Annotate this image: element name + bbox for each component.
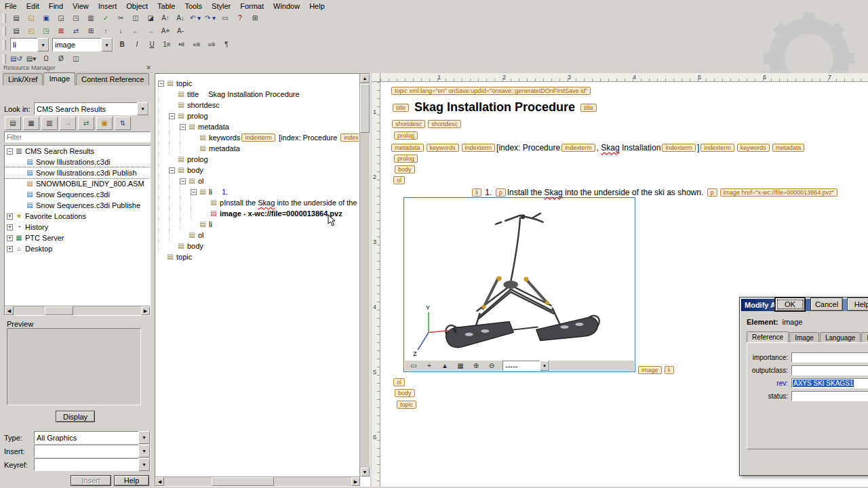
document-text[interactable]: , [597, 143, 601, 152]
tree-item-snow-illustrations[interactable]: ▤Snow Illustrations.c3di [5, 157, 150, 167]
menu-find[interactable]: Find [44, 1, 68, 11]
menu-object[interactable]: Object [121, 1, 153, 11]
tree-item-snow-sequences-published[interactable]: ▤Snow Sequences.c3di Publishe [5, 200, 150, 211]
redo-icon[interactable]: ↷ ▾ [203, 12, 217, 25]
collapse-icon[interactable]: − [180, 124, 186, 130]
tab-image[interactable]: Image [43, 73, 75, 85]
xml-tag-close[interactable]: body [395, 389, 415, 397]
tree-item-cms-search-results[interactable]: −▥CMS Search Results [5, 146, 150, 157]
print-icon[interactable]: ▥ [84, 12, 98, 25]
collapse-icon[interactable]: − [191, 189, 197, 195]
demote-icon[interactable]: → [144, 25, 157, 38]
document-text[interactable]: Skag [544, 188, 562, 197]
xml-tag-open[interactable]: shortdesc [392, 120, 425, 128]
chevron-down-icon[interactable]: ▾ [138, 458, 150, 471]
xml-node-ol[interactable]: −▤ol [158, 176, 359, 186]
collapse-icon[interactable]: − [169, 167, 175, 174]
attribute-input[interactable]: AXYS SKI SKAGS1 [791, 378, 868, 388]
cut-icon[interactable]: ✂ [114, 12, 127, 25]
scroll-right-icon[interactable]: ▶ [141, 306, 150, 315]
tree-item-history[interactable]: +◔History [5, 222, 150, 232]
checkin-icon[interactable]: ◳ [39, 25, 53, 38]
chevron-down-icon[interactable]: ▾ [37, 38, 49, 52]
expand-icon[interactable]: + [7, 224, 13, 230]
menu-help[interactable]: Help [304, 1, 330, 11]
copy-icon[interactable]: ◫ [129, 12, 142, 25]
xml-tag-pill[interactable]: indexterm [340, 134, 359, 142]
numbered-list-icon[interactable]: 1≡ [160, 39, 174, 52]
dialog-tab-reference[interactable]: Reference [747, 331, 789, 343]
xml-tag-close[interactable]: ol [393, 378, 405, 386]
scrollbar-thumb[interactable] [45, 306, 73, 315]
document-text[interactable]: 1. [483, 188, 494, 197]
open-folder-icon[interactable]: ◱ [24, 12, 38, 25]
document-text[interactable]: Install the [507, 188, 545, 197]
map-vertical-scrollbar[interactable]: ▲ ▼ [359, 74, 370, 476]
scrollbar-thumb[interactable] [212, 477, 274, 486]
xml-tag-close[interactable]: indexterm [662, 144, 696, 152]
xml-tag-close[interactable]: shortdesc [428, 120, 461, 128]
xml-tag-open[interactable]: title [393, 104, 409, 112]
italic-button[interactable]: I [130, 39, 144, 52]
menu-file[interactable]: File [0, 1, 22, 11]
context-help-icon[interactable]: ? [233, 12, 247, 25]
underline-button[interactable]: U [145, 39, 159, 52]
chevron-down-icon[interactable]: ▾ [138, 445, 150, 458]
sort-icon[interactable]: ⇅ [115, 117, 131, 130]
xml-tag-close[interactable]: keywords [737, 144, 770, 152]
xml-tag-open[interactable]: body [395, 165, 415, 174]
font-increase-icon[interactable]: A↑ [159, 12, 172, 25]
select-icon[interactable]: ▲ [438, 359, 452, 372]
xml-tag-close[interactable]: image [638, 366, 662, 374]
xml-node-metadata[interactable]: −▤metadata [158, 121, 359, 132]
display-button[interactable]: Display [56, 411, 95, 422]
xml-node-metadata[interactable]: ▤metadata [158, 143, 359, 154]
paragraph-marks-icon[interactable]: ¶ [220, 39, 233, 52]
xml-tag-open[interactable]: indexterm [462, 144, 496, 152]
ok-button[interactable]: OK [775, 298, 805, 311]
chevron-down-icon[interactable]: ▾ [540, 361, 549, 371]
xml-tag-close[interactable]: indexterm [561, 144, 595, 152]
menu-insert[interactable]: Insert [94, 1, 122, 11]
checkout-icon[interactable]: ◰ [24, 25, 38, 38]
zoom-in-icon[interactable]: ⊕ [469, 359, 483, 372]
map-horizontal-scrollbar[interactable]: ◀ ▶ [155, 476, 360, 486]
viewer-zoom-combo[interactable]: -----▾ [502, 361, 550, 371]
xml-tag-close[interactable]: li [665, 366, 674, 374]
document-text[interactable]: Installation [620, 143, 661, 152]
new-from-template-icon[interactable]: ▤ [9, 25, 23, 38]
xml-tag-open[interactable]: topic xml:lang="en" onSave:updId="onsave… [391, 87, 591, 95]
scroll-right-icon[interactable]: ▶ [351, 477, 360, 486]
keyref-combo[interactable]: ▾ [34, 458, 151, 471]
export-icon[interactable]: ◳ [69, 12, 83, 25]
save-icon[interactable]: ▣ [39, 12, 53, 25]
tree-item-snow-illustrations-published[interactable]: ▤Snow Illustrations.c3di Publish [5, 167, 150, 178]
cancel-button[interactable]: Cancel [810, 298, 843, 311]
view-details-icon[interactable]: ▥ [41, 117, 58, 130]
close-icon[interactable]: ✕ [146, 64, 151, 71]
tab-content-reference[interactable]: Content Reference [76, 73, 149, 85]
undo-icon[interactable]: ↶ ▾ [189, 12, 202, 25]
expand-icon[interactable]: + [7, 246, 13, 252]
insert-object-icon[interactable]: → [60, 117, 76, 130]
tree-item-snowmobile-indy-800[interactable]: ▤SNOWMOBILE_INDY_800.ASM [5, 178, 150, 189]
view-list-icon[interactable]: ▤ [5, 117, 21, 130]
tab-link-xref[interactable]: Link/Xref [3, 73, 43, 85]
embedded-image-frame[interactable]: Y X Z ▭+▲▦⊕⊖ -----▾ [403, 197, 635, 372]
help-button[interactable]: Help [847, 298, 868, 311]
spell-check-icon[interactable]: ✓ [99, 12, 113, 25]
xml-tag-close[interactable]: indexterm [701, 144, 734, 152]
xml-node-prolog[interactable]: −▤prolog [158, 110, 359, 121]
promote-icon[interactable]: ← [129, 25, 142, 38]
font-grow-icon[interactable]: A+ [159, 25, 172, 38]
menu-edit[interactable]: Edit [22, 1, 44, 11]
tree-item-snow-sequences[interactable]: ▤Snow Sequences.c3di [5, 189, 150, 200]
xml-tag-open[interactable]: ol [393, 176, 405, 184]
toolbar-grip[interactable] [3, 26, 6, 36]
xml-node-body[interactable]: −▤body [158, 165, 359, 176]
scrollbar-thumb[interactable] [360, 84, 370, 133]
xml-node-title[interactable]: ▤titleSkag Installation Procedure [158, 89, 359, 100]
paste-icon[interactable]: ◪ [144, 12, 157, 25]
new-query-icon[interactable]: ▣ [96, 117, 113, 130]
xml-tag-pill[interactable]: indexterm [241, 134, 275, 142]
